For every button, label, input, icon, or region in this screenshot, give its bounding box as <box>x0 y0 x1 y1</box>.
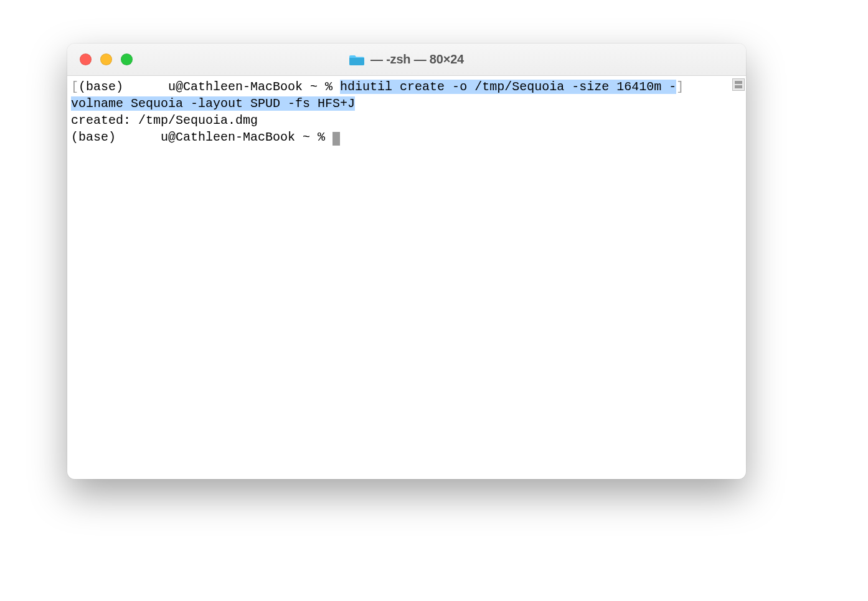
bracket-close: ] <box>676 80 684 94</box>
cursor <box>333 132 340 146</box>
prompt-user-redacted-2 <box>123 129 161 146</box>
prompt-user-redacted <box>131 78 168 95</box>
traffic-lights <box>67 54 133 65</box>
terminal-window: — -zsh — 80×24 [(base) u@Cathleen-MacBoo… <box>67 44 746 479</box>
window-title: — -zsh — 80×24 <box>67 52 746 67</box>
command-selected-part1: hdiutil create -o /tmp/Sequoia -size 164… <box>340 80 676 94</box>
terminal-output[interactable]: [(base) u@Cathleen-MacBook ~ % hdiutil c… <box>67 76 746 479</box>
prompt-env: (base) <box>78 80 131 94</box>
bracket-open: [ <box>71 80 78 94</box>
folder-icon <box>349 54 364 66</box>
window-title-text: — -zsh — 80×24 <box>370 52 464 67</box>
terminal-content-wrap: [(base) u@Cathleen-MacBook ~ % hdiutil c… <box>67 76 746 479</box>
titlebar[interactable]: — -zsh — 80×24 <box>67 44 746 76</box>
minimize-button[interactable] <box>100 54 112 65</box>
output-line: created: /tmp/Sequoia.dmg <box>71 113 258 128</box>
command-selected-part2: volname Sequoia -layout SPUD -fs HFS+J <box>71 96 355 111</box>
prompt-host: u@Cathleen-MacBook ~ % <box>168 80 340 94</box>
alternate-screen-indicator-icon[interactable] <box>732 78 745 91</box>
maximize-button[interactable] <box>121 54 133 65</box>
prompt-host-2: u@Cathleen-MacBook ~ % <box>161 130 333 144</box>
close-button[interactable] <box>80 54 92 65</box>
prompt-env-2: (base) <box>71 130 123 144</box>
